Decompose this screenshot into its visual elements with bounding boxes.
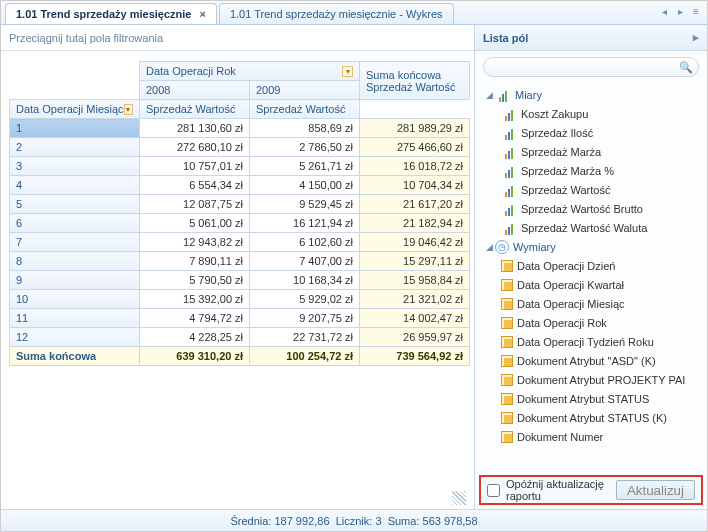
search-icon[interactable]: 🔍 [679, 61, 693, 74]
cell-value[interactable]: 9 529,45 zł [250, 195, 360, 214]
cell-value[interactable]: 5 261,71 zł [250, 157, 360, 176]
collapse-icon[interactable]: ◢ [483, 242, 495, 252]
cell-value[interactable]: 6 102,60 zł [250, 233, 360, 252]
cell-value[interactable]: 4 228,25 zł [140, 328, 250, 347]
row-total[interactable]: 275 466,60 zł [360, 138, 470, 157]
cell-value[interactable]: 9 207,75 zł [250, 309, 360, 328]
tab-chart[interactable]: 1.01 Trend sprzedaży miesięcznie - Wykre… [219, 3, 454, 24]
field-item[interactable]: Sprzedaż Marża [479, 142, 707, 161]
table-row[interactable]: 2272 680,10 zł2 786,50 zł275 466,60 zł [10, 138, 470, 157]
tree-group-dimensions[interactable]: ◢◷Wymiary [479, 237, 707, 256]
row-header[interactable]: 10 [10, 290, 140, 309]
row-header[interactable]: 5 [10, 195, 140, 214]
table-row[interactable]: 95 790,50 zł10 168,34 zł15 958,84 zł [10, 271, 470, 290]
tab-next-icon[interactable]: ▸ [673, 5, 687, 19]
field-item[interactable]: Sprzedaż Wartość Waluta [479, 218, 707, 237]
cell-value[interactable]: 16 121,94 zł [250, 214, 360, 233]
cell-value[interactable]: 12 943,82 zł [140, 233, 250, 252]
table-row[interactable]: 87 890,11 zł7 407,00 zł15 297,11 zł [10, 252, 470, 271]
field-item[interactable]: Sprzedaż Marża % [479, 161, 707, 180]
field-search-input[interactable] [483, 57, 699, 77]
field-item[interactable]: Sprzedaż Wartość [479, 180, 707, 199]
row-total[interactable]: 21 617,20 zł [360, 195, 470, 214]
field-item[interactable]: Sprzedaż Ilość [479, 123, 707, 142]
row-total[interactable]: 19 046,42 zł [360, 233, 470, 252]
field-list-header[interactable]: Lista pól ▸ [475, 25, 707, 51]
field-item[interactable]: Dokument Atrybut STATUS [479, 389, 707, 408]
close-icon[interactable]: × [199, 8, 205, 20]
field-tree[interactable]: ◢MiaryKoszt ZakupuSprzedaż IlośćSprzedaż… [475, 83, 707, 471]
cell-value[interactable]: 858,69 zł [250, 119, 360, 138]
table-row[interactable]: 712 943,82 zł6 102,60 zł19 046,42 zł [10, 233, 470, 252]
filter-drop-area[interactable]: Przeciągnij tutaj pola filtrowania [1, 25, 474, 51]
row-header[interactable]: 1 [10, 119, 140, 138]
row-total[interactable]: 15 297,11 zł [360, 252, 470, 271]
table-row[interactable]: 1281 130,60 zł858,69 zł281 989,29 zł [10, 119, 470, 138]
chevron-down-icon[interactable]: ▾ [124, 104, 133, 115]
field-item[interactable]: Dokument Numer [479, 427, 707, 446]
cell-value[interactable]: 22 731,72 zł [250, 328, 360, 347]
table-row[interactable]: 114 794,72 zł9 207,75 zł14 002,47 zł [10, 309, 470, 328]
tab-report[interactable]: 1.01 Trend sprzedaży miesięcznie × [5, 3, 217, 24]
row-total[interactable]: 14 002,47 zł [360, 309, 470, 328]
field-item[interactable]: Data Operacji Kwartał [479, 275, 707, 294]
tree-group-measures[interactable]: ◢Miary [479, 85, 707, 104]
row-total[interactable]: 15 958,84 zł [360, 271, 470, 290]
field-item[interactable]: Dokument Atrybut PROJEKTY PAI [479, 370, 707, 389]
table-row[interactable]: 46 554,34 zł4 150,00 zł10 704,34 zł [10, 176, 470, 195]
table-row[interactable]: 65 061,00 zł16 121,94 zł21 182,94 zł [10, 214, 470, 233]
cell-value[interactable]: 4 150,00 zł [250, 176, 360, 195]
column-field-header[interactable]: Data Operacji Rok ▾ [140, 62, 360, 81]
cell-value[interactable]: 5 790,50 zł [140, 271, 250, 290]
cell-value[interactable]: 7 407,00 zł [250, 252, 360, 271]
field-item[interactable]: Data Operacji Tydzień Roku [479, 332, 707, 351]
cell-value[interactable]: 7 890,11 zł [140, 252, 250, 271]
table-row[interactable]: 124 228,25 zł22 731,72 zł26 959,97 zł [10, 328, 470, 347]
column-header-2009[interactable]: 2009 [250, 81, 360, 100]
cell-value[interactable]: 10 168,34 zł [250, 271, 360, 290]
row-total[interactable]: 26 959,97 zł [360, 328, 470, 347]
row-header[interactable]: 6 [10, 214, 140, 233]
defer-update-checkbox[interactable] [487, 484, 500, 497]
field-item[interactable]: Dokument Atrybut "ASD" (K) [479, 351, 707, 370]
row-header[interactable]: 4 [10, 176, 140, 195]
tab-prev-icon[interactable]: ◂ [657, 5, 671, 19]
cell-value[interactable]: 272 680,10 zł [140, 138, 250, 157]
cell-value[interactable]: 2 786,50 zł [250, 138, 360, 157]
cell-value[interactable]: 5 929,02 zł [250, 290, 360, 309]
table-row[interactable]: 1015 392,00 zł5 929,02 zł21 321,02 zł [10, 290, 470, 309]
cell-value[interactable]: 281 130,60 zł [140, 119, 250, 138]
field-item[interactable]: Data Operacji Miesiąc [479, 294, 707, 313]
row-header[interactable]: 11 [10, 309, 140, 328]
field-item[interactable]: Dokument Atrybut STATUS (K) [479, 408, 707, 427]
table-row[interactable]: 310 757,01 zł5 261,71 zł16 018,72 zł [10, 157, 470, 176]
row-header[interactable]: 3 [10, 157, 140, 176]
column-header-2008[interactable]: 2008 [140, 81, 250, 100]
row-header[interactable]: 12 [10, 328, 140, 347]
resize-grip-icon[interactable] [452, 491, 466, 505]
field-item[interactable]: Data Operacji Rok [479, 313, 707, 332]
grand-total-column-header[interactable]: Suma końcowa Sprzedaż Wartość [360, 62, 470, 100]
cell-value[interactable]: 4 794,72 zł [140, 309, 250, 328]
row-total[interactable]: 281 989,29 zł [360, 119, 470, 138]
row-header[interactable]: 8 [10, 252, 140, 271]
cell-value[interactable]: 5 061,00 zł [140, 214, 250, 233]
row-total[interactable]: 21 321,02 zł [360, 290, 470, 309]
chevron-down-icon[interactable]: ▾ [342, 66, 353, 77]
grand-total-row[interactable]: Suma końcowa639 310,20 zł100 254,72 zł73… [10, 347, 470, 366]
field-item[interactable]: Data Operacji Dzień [479, 256, 707, 275]
chevron-right-icon[interactable]: ▸ [693, 31, 699, 44]
cell-value[interactable]: 10 757,01 zł [140, 157, 250, 176]
row-total[interactable]: 10 704,34 zł [360, 176, 470, 195]
row-header[interactable]: 9 [10, 271, 140, 290]
row-total[interactable]: 21 182,94 zł [360, 214, 470, 233]
refresh-button[interactable]: Aktualizuj [616, 480, 695, 500]
row-header[interactable]: 2 [10, 138, 140, 157]
row-total[interactable]: 16 018,72 zł [360, 157, 470, 176]
row-header[interactable]: 7 [10, 233, 140, 252]
row-field-header[interactable]: Data Operacji Miesiąc ▾ [10, 100, 140, 119]
cell-value[interactable]: 12 087,75 zł [140, 195, 250, 214]
cell-value[interactable]: 15 392,00 zł [140, 290, 250, 309]
collapse-icon[interactable]: ◢ [483, 90, 495, 100]
table-row[interactable]: 512 087,75 zł9 529,45 zł21 617,20 zł [10, 195, 470, 214]
